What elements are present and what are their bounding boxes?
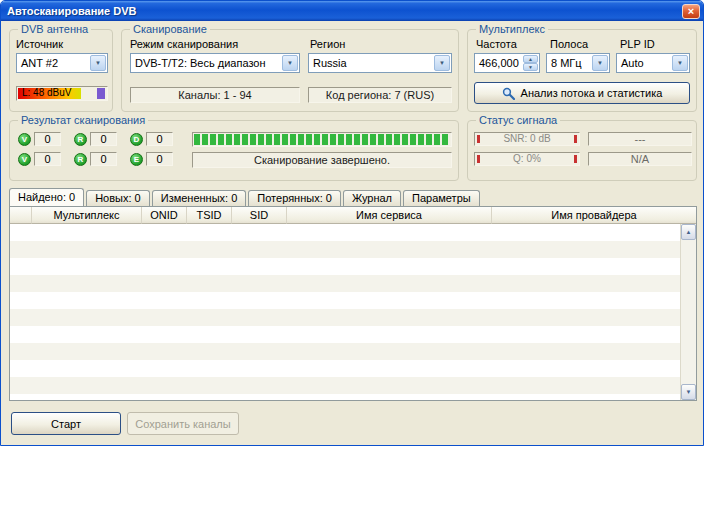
source-value: ANT #2 (21, 57, 58, 69)
column-sid[interactable]: SID (232, 207, 287, 224)
close-button[interactable]: × (682, 4, 700, 19)
frequency-label: Частота (476, 38, 517, 50)
scan-mode-label: Режим сканирования (130, 38, 238, 50)
indicator-video: V 0 (18, 132, 61, 146)
analyze-stream-button[interactable]: Анализ потока и статистика (474, 82, 690, 104)
channel-table: Мультиплекс ONID TSID SID Имя сервиса Им… (9, 206, 697, 401)
data-indicator-icon: D (130, 133, 143, 146)
plp-id-select[interactable]: Auto ▼ (616, 53, 690, 73)
scan-status-text: Сканирование завершено. (192, 152, 452, 168)
column-onid[interactable]: ONID (142, 207, 187, 224)
tab-parameters[interactable]: Параметры (403, 190, 480, 206)
column-check[interactable] (10, 207, 32, 224)
chevron-down-icon[interactable]: ▼ (434, 55, 450, 71)
group-signal-status: Статус сигнала SNR: 0 dB --- Q: 0% N/A (467, 120, 697, 181)
scan-mode-select[interactable]: DVB-T/T2: Весь диапазон ▼ (130, 53, 300, 73)
progress-fill (194, 134, 450, 145)
column-multiplex[interactable]: Мультиплекс (32, 207, 142, 224)
scan-mode-value: DVB-T/T2: Весь диапазон (135, 57, 266, 69)
group-title-scan-result: Результат сканирования (18, 114, 148, 126)
tab-log[interactable]: Журнал (343, 190, 401, 206)
search-icon (502, 87, 515, 100)
table-body (10, 224, 680, 400)
group-title-scanning: Сканирование (130, 23, 210, 35)
group-multiplex: Мультиплекс Частота Полоса PLP ID 466,00… (467, 29, 697, 112)
level-text: L: 48 dBuV (17, 87, 107, 99)
encrypted-indicator-icon: E (130, 153, 143, 166)
indicator-data: D 0 (130, 132, 173, 146)
frequency-input[interactable]: 466,000 ▲ ▼ (474, 53, 540, 73)
quality-meter: Q: 0% (474, 152, 580, 166)
region-label: Регион (310, 38, 345, 50)
region-select[interactable]: Russia ▼ (308, 53, 452, 73)
radio2-indicator-icon: R (74, 153, 87, 166)
column-tsid[interactable]: TSID (187, 207, 232, 224)
spin-down-icon[interactable]: ▼ (523, 63, 538, 71)
chevron-down-icon[interactable]: ▼ (282, 55, 298, 71)
indicator-radio: R 0 (74, 132, 117, 146)
source-label: Источник (16, 38, 63, 50)
column-provider-name[interactable]: Имя провайдера (492, 207, 696, 224)
save-channels-button: Сохранить каналы (127, 412, 239, 435)
tab-strip: Найдено: 0 Новых: 0 Измененных: 0 Потеря… (9, 188, 480, 206)
radio-count: 0 (90, 132, 117, 146)
bandwidth-value: 8 МГц (551, 57, 582, 69)
indicator-video2: V 0 (18, 152, 61, 166)
meter-cap-icon (574, 135, 577, 143)
tab-new[interactable]: Новых: 0 (86, 190, 150, 206)
chevron-down-icon[interactable]: ▼ (90, 55, 106, 71)
frequency-value: 466,000 (479, 57, 519, 69)
tab-found[interactable]: Найдено: 0 (9, 188, 84, 206)
scroll-down-icon[interactable]: ▼ (681, 384, 696, 400)
video-count: 0 (34, 132, 61, 146)
indicator-radio2: R 0 (74, 152, 117, 166)
vertical-scrollbar[interactable]: ▲ ▼ (680, 224, 696, 400)
group-title-signal-status: Статус сигнала (476, 114, 560, 126)
meter-cap-icon (477, 155, 480, 163)
scroll-up-icon[interactable]: ▲ (681, 224, 696, 240)
meter-cap-icon (477, 135, 480, 143)
group-title-antenna: DVB антенна (18, 23, 91, 35)
frequency-spinner: ▲ ▼ (523, 55, 538, 71)
title-bar[interactable]: Автосканирование DVB × (1, 1, 703, 21)
table-header: Мультиплекс ONID TSID SID Имя сервиса Им… (10, 207, 696, 224)
data-count: 0 (146, 132, 173, 146)
tab-changed[interactable]: Измененных: 0 (152, 190, 247, 206)
start-button[interactable]: Старт (11, 412, 121, 435)
snr-meter: SNR: 0 dB (474, 132, 580, 146)
meter-cap-icon (574, 155, 577, 163)
spin-up-icon[interactable]: ▲ (523, 55, 538, 63)
quality-label: Q: 0% (475, 153, 579, 165)
radio-indicator-icon: R (74, 133, 87, 146)
group-dvb-antenna: DVB антенна Источник ANT #2 ▼ L: 48 dBuV (9, 29, 113, 112)
bandwidth-select[interactable]: 8 МГц ▼ (546, 53, 610, 73)
analyze-stream-label: Анализ потока и статистика (521, 87, 663, 99)
snr-label: SNR: 0 dB (475, 133, 579, 145)
video-indicator-icon: V (18, 133, 31, 146)
close-icon: × (688, 5, 694, 17)
region-code-field: Код региона: 7 (RUS) (308, 87, 452, 103)
tab-lost[interactable]: Потерянных: 0 (248, 190, 341, 206)
scan-progress-bar (192, 132, 452, 147)
autoscan-dialog: Автосканирование DVB × DVB антенна Источ… (0, 0, 704, 446)
indicator-encrypted: E 0 (130, 152, 173, 166)
encrypted-count: 0 (146, 152, 173, 166)
plp-id-value: Auto (621, 57, 644, 69)
group-scan-result: Результат сканирования V 0 R 0 D 0 V 0 R… (9, 120, 459, 181)
group-title-multiplex: Мультиплекс (476, 23, 548, 35)
region-value: Russia (313, 57, 347, 69)
chevron-down-icon[interactable]: ▼ (672, 55, 688, 71)
window-title: Автосканирование DVB (7, 5, 682, 17)
video2-count: 0 (34, 152, 61, 166)
signal-level-meter: L: 48 dBuV (16, 86, 108, 101)
video2-indicator-icon: V (18, 153, 31, 166)
column-service-name[interactable]: Имя сервиса (287, 207, 492, 224)
snr-value-field: --- (588, 132, 692, 146)
chevron-down-icon[interactable]: ▼ (592, 55, 608, 71)
radio2-count: 0 (90, 152, 117, 166)
source-select[interactable]: ANT #2 ▼ (16, 53, 108, 73)
quality-value-field: N/A (588, 152, 692, 166)
channels-range-field: Каналы: 1 - 94 (130, 87, 300, 103)
plp-id-label: PLP ID (620, 38, 655, 50)
bandwidth-label: Полоса (550, 38, 588, 50)
